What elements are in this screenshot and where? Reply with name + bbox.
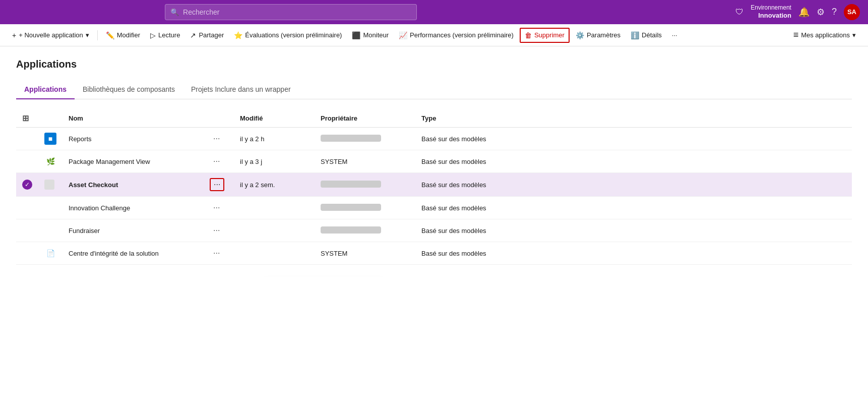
help-icon[interactable]: ? [832,7,837,17]
more-button[interactable]: ··· [668,29,681,41]
actions-header [204,109,234,128]
settings-icon[interactable]: ⚙ [817,7,825,18]
app-owner [315,219,415,242]
row-icon [38,219,63,242]
row-checkbox[interactable] [16,197,38,219]
row-dots[interactable]: ··· [204,219,234,242]
hamburger-icon: ≡ [793,30,799,40]
main-content: Applications Applications Bibliothèques … [0,46,868,277]
monitor-icon: ⬛ [352,31,360,39]
row-dots[interactable]: ··· [204,150,234,173]
icon-header [38,109,63,128]
info-icon: ℹ️ [631,31,639,39]
table-row: 🌿 Package Management View ··· il y a 3 j… [16,150,852,173]
proprietaire-header[interactable]: Propriétaire [315,109,415,128]
tab-applications[interactable]: Applications [16,80,75,99]
app-name[interactable]: Innovation Challenge [63,197,204,219]
app-modified: il y a 2 h [234,128,315,150]
app-icon-page: 📄 [44,247,56,259]
search-input[interactable] [183,8,411,16]
parametres-button[interactable]: ⚙️ Paramètres [572,29,625,42]
row-icon: 🌿 [38,150,63,173]
partager-button[interactable]: ↗ Partager [186,29,228,42]
app-name[interactable]: Centre d'intégrité de la solution [63,242,204,265]
play-icon: ▷ [150,31,156,39]
app-modified [234,197,315,219]
table-header-row: ⊞ Nom Modifié Propriétaire Type [16,109,852,128]
app-owner [315,128,415,150]
user-avatar[interactable]: SA [844,4,860,20]
nom-header[interactable]: Nom [63,109,204,128]
performances-button[interactable]: 📈 Performances (version préliminaire) [395,29,518,42]
dots-menu-button[interactable]: ··· [210,202,223,214]
app-modified: il y a 3 j [234,150,315,173]
command-bar: + + Nouvelle application ▾ ✏️ Modifier ▷… [0,24,868,46]
app-name[interactable]: Fundraiser [63,219,204,242]
modifie-header[interactable]: Modifié [234,109,315,128]
page-title: Applications [16,59,852,70]
share-icon: ↗ [190,31,196,39]
search-icon: 🔍 [170,8,179,16]
dots-menu-button[interactable]: ··· [210,247,223,259]
admin-icon[interactable]: 🛡 [735,8,743,17]
table-row: ■ Reports ··· il y a 2 h Basé sur des mo… [16,128,852,150]
row-checkbox[interactable]: ✓ [16,173,38,197]
app-name[interactable]: Package Management View [63,150,204,173]
modify-button[interactable]: ✏️ Modifier [102,29,144,42]
row-checkbox[interactable] [16,242,38,265]
dots-menu-button-active[interactable]: ··· [210,178,224,191]
row-dots[interactable]: ··· [204,173,234,197]
row-icon: 📄 [38,242,63,265]
chevron-down-icon: ▾ [86,31,89,39]
gear-icon: ⚙️ [576,31,584,39]
supprimer-button[interactable]: 🗑 Supprimer [520,28,570,43]
tab-projets[interactable]: Projets Inclure dans un wrapper [183,80,299,99]
app-owner: SYSTEM [315,150,415,173]
row-checkbox[interactable] [16,219,38,242]
new-app-button[interactable]: + + Nouvelle application ▾ [8,29,93,42]
star-icon: ⭐ [234,31,242,39]
row-dots[interactable]: ··· [204,242,234,265]
app-type: Basé sur des modèles [415,242,852,265]
details-button[interactable]: ℹ️ Détails [627,29,666,42]
app-name[interactable]: Reports [63,128,204,150]
app-name[interactable]: Asset Checkout [63,173,204,197]
app-icon-placeholder [44,180,54,190]
row-icon [38,173,63,197]
row-dots[interactable]: ··· [204,197,234,219]
tab-bibliotheques[interactable]: Bibliothèques de composants [75,80,183,99]
app-type: Basé sur des modèles [415,128,852,150]
top-navigation: 🔍 🛡 Environnement Innovation 🔔 ⚙ ? SA [0,0,868,24]
checkbox-header: ⊞ [16,109,38,128]
app-owner: SYSTEM [315,242,415,265]
dots-menu-button[interactable]: ··· [210,155,223,167]
table-row: Innovation Challenge ··· Basé sur des mo… [16,197,852,219]
row-icon: ■ [38,128,63,150]
table-row: ✓ Asset Checkout ··· il y a 2 sem. Basé … [16,173,852,197]
dots-menu-button[interactable]: ··· [210,224,223,237]
notification-icon[interactable]: 🔔 [798,7,810,18]
app-owner [315,173,415,197]
edit-icon: ✏️ [106,31,114,39]
chevron-down-icon: ▾ [852,31,856,39]
delete-icon: 🗑 [525,31,532,39]
row-icon [38,197,63,219]
type-header[interactable]: Type [415,109,852,128]
moniteur-button[interactable]: ⬛ Moniteur [348,29,393,42]
row-checkbox[interactable] [16,128,38,150]
selected-checkmark: ✓ [22,180,32,190]
app-modified [234,219,315,242]
row-dots[interactable]: ··· [204,128,234,150]
app-icon-green: 🌿 [44,155,56,167]
mes-applications-button[interactable]: ≡ Mes applications ▾ [789,27,860,43]
table-row: Fundraiser ··· Basé sur des modèles [16,219,852,242]
evaluations-button[interactable]: ⭐ Évaluations (version préliminaire) [230,29,346,42]
lecture-button[interactable]: ▷ Lecture [146,29,184,42]
search-bar[interactable]: 🔍 [165,4,417,20]
app-type: Basé sur des modèles [415,173,852,197]
row-checkbox[interactable] [16,150,38,173]
plus-icon: + [12,31,16,39]
app-modified: il y a 2 sem. [234,173,315,197]
dots-menu-button[interactable]: ··· [210,133,223,145]
applications-table: ⊞ Nom Modifié Propriétaire Type ■ [16,109,852,265]
